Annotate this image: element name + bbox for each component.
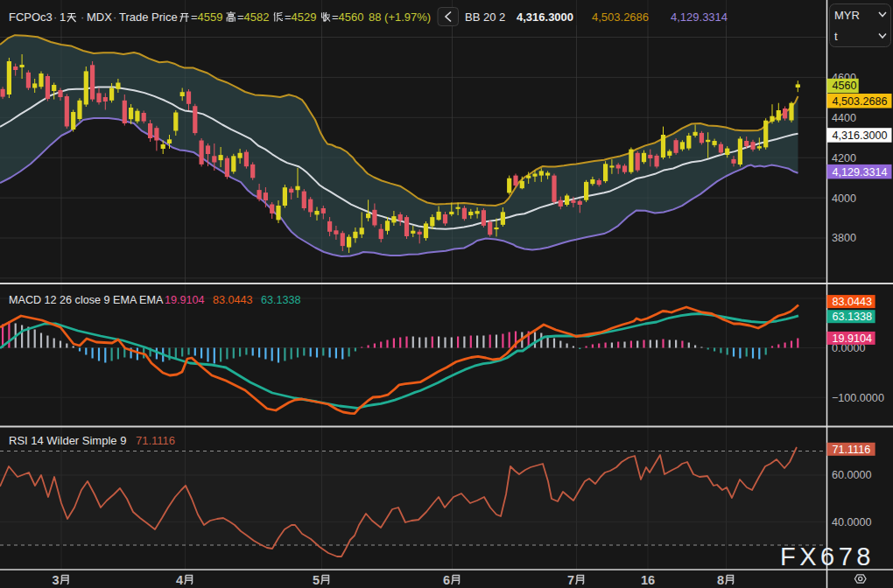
svg-text:71.1116: 71.1116 <box>136 434 175 447</box>
svg-text:BB 20 2: BB 20 2 <box>465 10 505 24</box>
svg-text:3800: 3800 <box>832 232 856 244</box>
svg-text:−100.0000: −100.0000 <box>832 392 884 404</box>
svg-text:6: 6 <box>443 573 450 587</box>
svg-text:4400: 4400 <box>832 112 856 124</box>
svg-text:MACD 12 26 close 9 EMA EMA: MACD 12 26 close 9 EMA EMA <box>9 294 164 306</box>
svg-text:=4529: =4529 <box>285 10 317 24</box>
svg-text:3: 3 <box>53 573 60 587</box>
svg-text:4: 4 <box>176 573 183 587</box>
svg-text:1: 1 <box>60 10 66 24</box>
svg-text:71.1116: 71.1116 <box>833 444 871 456</box>
svg-text:4200: 4200 <box>832 152 856 164</box>
svg-text:4,129.3314: 4,129.3314 <box>833 166 888 178</box>
svg-text:MDX: MDX <box>87 10 112 24</box>
svg-text:FX678: FX678 <box>780 542 875 570</box>
svg-text:63.1338: 63.1338 <box>833 311 873 323</box>
svg-text:4560: 4560 <box>833 80 857 92</box>
svg-text:5: 5 <box>313 573 320 587</box>
svg-text:8: 8 <box>717 573 724 587</box>
svg-text:=4582: =4582 <box>237 10 270 24</box>
svg-text:4000: 4000 <box>832 192 856 205</box>
svg-text:Trade Price: Trade Price <box>119 10 178 24</box>
svg-text:88 (+1.97%): 88 (+1.97%) <box>369 10 431 24</box>
svg-text:4,129.3314: 4,129.3314 <box>671 10 728 24</box>
svg-text:63.1338: 63.1338 <box>261 294 301 306</box>
svg-text:·: · <box>53 10 57 24</box>
svg-text:·: · <box>81 10 84 24</box>
svg-text:83.0443: 83.0443 <box>213 294 253 306</box>
svg-text:=4560: =4560 <box>332 10 364 24</box>
svg-text:4,316.3000: 4,316.3000 <box>833 130 888 142</box>
svg-text:83.0443: 83.0443 <box>833 296 873 308</box>
svg-text:FCPOc3: FCPOc3 <box>9 10 53 24</box>
svg-text:40.0000: 40.0000 <box>832 516 872 528</box>
svg-text:16: 16 <box>641 573 655 587</box>
svg-text:RSI 14 Wilder Simple 9: RSI 14 Wilder Simple 9 <box>9 434 126 447</box>
svg-text:19.9104: 19.9104 <box>833 332 873 345</box>
svg-text:7: 7 <box>567 573 574 587</box>
svg-text:4,503.2686: 4,503.2686 <box>592 10 649 24</box>
svg-text:MYR: MYR <box>834 9 860 22</box>
svg-text:4,503.2686: 4,503.2686 <box>833 95 888 108</box>
svg-text:60.0000: 60.0000 <box>832 469 872 481</box>
svg-text:19.9104: 19.9104 <box>165 294 205 306</box>
svg-text:=4559: =4559 <box>191 10 223 24</box>
svg-text:4,316.3000: 4,316.3000 <box>517 10 573 24</box>
svg-text:t: t <box>834 30 838 43</box>
svg-text:·: · <box>113 10 116 24</box>
